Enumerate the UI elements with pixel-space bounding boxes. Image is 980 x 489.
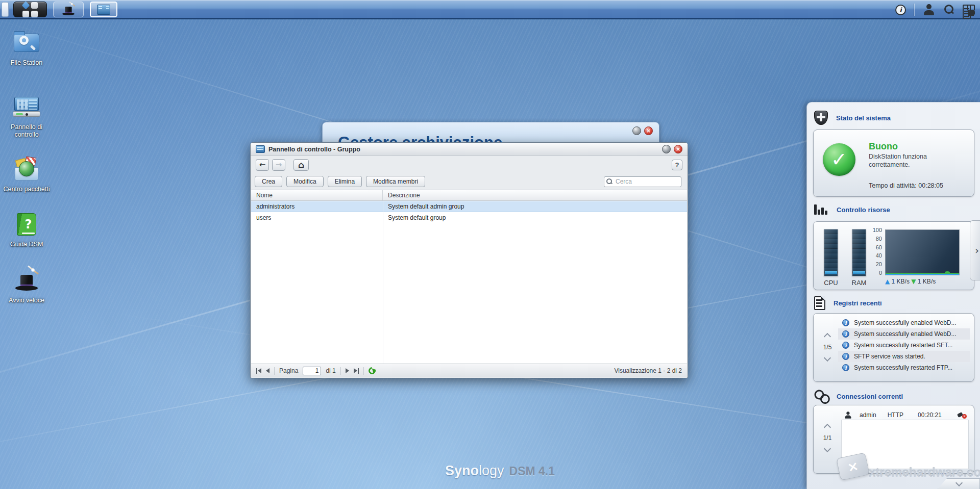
- desktop-icon-label: Avvio veloce: [2, 297, 51, 304]
- cell-group-name: users: [251, 212, 383, 223]
- system-status-title: Stato del sistema: [836, 114, 891, 122]
- chevron-down-icon: [955, 479, 962, 486]
- cell-group-desc: System default admin group: [383, 201, 687, 212]
- pagination-bar: Pagina di 1 Visualizzazione 1 - 2 di 2: [251, 364, 687, 377]
- user-menu-icon[interactable]: [923, 4, 935, 15]
- file-station-icon: [12, 30, 41, 56]
- uptime-text: Tempo di attività: 00:28:05: [869, 182, 943, 189]
- connections-pager-count: 1/1: [823, 434, 832, 442]
- window-titlebar[interactable]: Pannello di controllo - Gruppo ×: [251, 143, 688, 156]
- network-rates: ▲ 1 KB/s ▼ 1 KB/s: [885, 278, 936, 285]
- upload-arrow-icon: ▲: [885, 278, 890, 285]
- ram-meter: [852, 229, 866, 276]
- edit-members-button[interactable]: Modifica membri: [366, 176, 425, 187]
- system-health-icon: [814, 111, 828, 125]
- disconnect-icon[interactable]: x: [958, 411, 967, 419]
- log-entry[interactable]: i System successfully restarted FTP...: [838, 362, 970, 373]
- connection-row[interactable]: admin HTTP 00:20:21 x: [844, 409, 967, 421]
- logo-brand-bold: Syno: [445, 463, 479, 478]
- page-number-input[interactable]: [303, 367, 321, 375]
- back-button[interactable]: ←: [256, 159, 269, 171]
- search-input[interactable]: [604, 176, 681, 187]
- expand-resource-monitor-button[interactable]: ›: [970, 220, 980, 280]
- previous-page-button[interactable]: [266, 368, 270, 373]
- logs-page-down-button[interactable]: [824, 354, 831, 362]
- widget-sidebar: Stato del sistema ✓ Buono DiskStation fu…: [806, 102, 980, 489]
- close-button[interactable]: ×: [674, 145, 682, 153]
- resource-monitor-title: Controllo risorse: [837, 206, 890, 214]
- pilot-view-icon[interactable]: [963, 5, 975, 15]
- info-icon: i: [842, 364, 849, 371]
- cpu-meter: [824, 229, 838, 276]
- package-center-icon: [12, 156, 41, 183]
- system-status-panel: ✓ Buono DiskStation funziona correttamen…: [813, 130, 974, 197]
- column-header-descrizione[interactable]: Descrizione: [383, 190, 687, 200]
- system-info-icon[interactable]: i: [895, 5, 906, 15]
- first-page-button[interactable]: [256, 368, 261, 374]
- logs-pager-count: 1/5: [823, 344, 832, 351]
- table-row[interactable]: administrators System default admin grou…: [251, 201, 687, 212]
- desktop-icon-package-center[interactable]: Centro pacchetti: [2, 156, 51, 193]
- cell-group-desc: System default group: [383, 212, 687, 223]
- log-entry[interactable]: i SFTP service was started.: [838, 351, 970, 362]
- log-entry[interactable]: i System successfully restarted SFT...: [838, 340, 970, 351]
- log-entry[interactable]: i System successfully enabled WebD...: [838, 317, 970, 328]
- connections-icon: [813, 388, 829, 404]
- page-label: Pagina: [279, 367, 298, 374]
- table-row[interactable]: users System default group: [251, 212, 687, 223]
- upload-line: [886, 274, 959, 275]
- connections-page-up-button[interactable]: [824, 424, 831, 431]
- taskbar-control-panel-button[interactable]: [90, 2, 117, 17]
- page-of-label: di 1: [326, 367, 335, 374]
- desktop-icon-control-panel[interactable]: Pannello di controllo: [2, 94, 51, 139]
- cpu-label: CPU: [823, 279, 839, 287]
- minimize-button[interactable]: [662, 145, 671, 153]
- connections-page-down-button[interactable]: [824, 445, 831, 452]
- main-menu-grid-icon: [22, 2, 38, 17]
- info-icon: i: [842, 319, 849, 326]
- delete-button[interactable]: Elimina: [328, 176, 362, 187]
- column-divider: [383, 201, 383, 364]
- control-panel-icon: [12, 94, 41, 120]
- desktop-icon-quick-start[interactable]: Avvio veloce: [2, 267, 51, 304]
- refresh-button[interactable]: [367, 366, 377, 376]
- divider: [363, 367, 364, 375]
- column-header-nome[interactable]: Nome: [251, 190, 383, 200]
- connection-time: 00:20:21: [918, 411, 942, 419]
- forward-button[interactable]: →: [272, 159, 285, 171]
- logs-page-up-button[interactable]: [824, 333, 831, 340]
- log-text: SFTP service was started.: [854, 353, 925, 360]
- edit-button[interactable]: Modifica: [286, 176, 324, 187]
- home-button[interactable]: ⌂: [293, 159, 309, 171]
- log-text: System successfully enabled WebD...: [854, 330, 957, 338]
- resource-monitor-icon: [814, 203, 828, 216]
- desktop-icon-file-station[interactable]: File Station: [2, 30, 51, 67]
- desktop-icon-dsm-help[interactable]: ? Guida DSM: [2, 211, 51, 248]
- desktop-icon-label: Pannello di controllo: [2, 123, 51, 139]
- search-icon[interactable]: [943, 4, 954, 15]
- help-button[interactable]: ?: [672, 160, 682, 170]
- minimize-button[interactable]: [632, 126, 641, 135]
- download-spike: [945, 271, 950, 274]
- next-page-button[interactable]: [346, 368, 349, 373]
- last-page-button[interactable]: [354, 368, 359, 374]
- ram-label: RAM: [851, 279, 867, 287]
- recent-logs-title: Registri recenti: [834, 299, 882, 307]
- download-rate: 1 KB/s: [918, 278, 936, 285]
- log-entry[interactable]: i System successfully enabled WebD...: [838, 328, 970, 340]
- window-title: Pannello di controllo - Gruppo: [268, 146, 662, 153]
- main-menu-button[interactable]: [13, 2, 47, 17]
- create-button[interactable]: Crea: [255, 176, 282, 187]
- divider: [340, 367, 341, 375]
- upload-rate: 1 KB/s: [892, 278, 910, 285]
- magic-hat-icon: [61, 2, 77, 17]
- control-panel-group-window: Pannello di controllo - Gruppo × ← → ⌂ ?…: [250, 142, 688, 378]
- close-button[interactable]: ×: [644, 126, 653, 135]
- show-desktop-button[interactable]: [2, 2, 9, 17]
- taskbar-quick-start-button[interactable]: [53, 2, 84, 17]
- search-box: [604, 176, 681, 187]
- pagination-status: Visualizzazione 1 - 2 di 2: [614, 367, 682, 374]
- divider: [274, 367, 275, 375]
- desktop-icon-label: File Station: [2, 59, 51, 67]
- table-header[interactable]: Nome Descrizione: [251, 190, 687, 201]
